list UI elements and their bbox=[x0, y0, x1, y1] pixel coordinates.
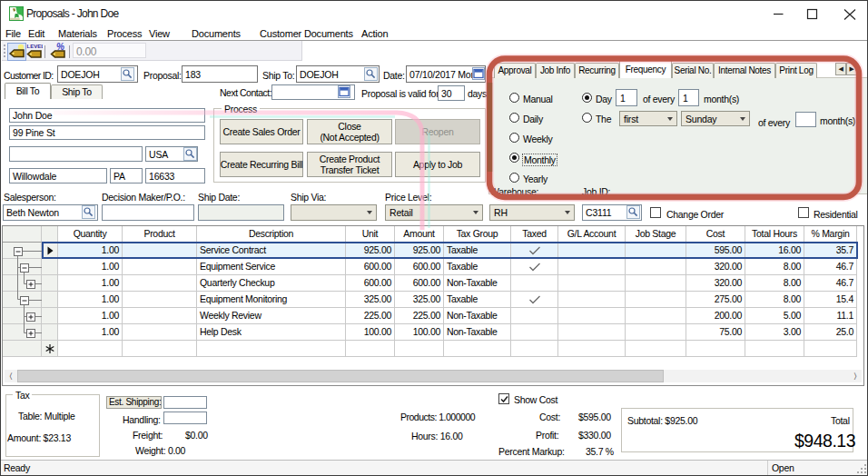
svg-text:LEVEL: LEVEL bbox=[27, 44, 44, 49]
